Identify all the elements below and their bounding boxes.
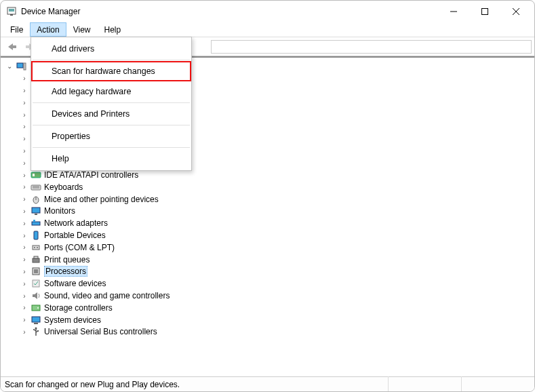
chevron-right-icon[interactable]: ›: [20, 243, 29, 252]
chevron-down-icon[interactable]: ⌄: [5, 62, 14, 71]
tree-item[interactable]: ›Mice and other pointing devices: [5, 193, 534, 205]
chevron-right-icon[interactable]: ›: [20, 267, 29, 276]
svg-rect-34: [34, 323, 38, 324]
portable-icon: [31, 230, 41, 241]
action-menu-item[interactable]: Add drivers: [31, 39, 191, 59]
tree-item[interactable]: ›Portable Devices: [5, 229, 534, 241]
chevron-right-icon[interactable]: ›: [20, 255, 29, 264]
svg-rect-23: [33, 246, 39, 250]
chevron-right-icon[interactable]: ›: [20, 182, 29, 192]
chevron-right-icon[interactable]: ›: [20, 170, 29, 180]
chevron-right-icon[interactable]: ›: [20, 231, 29, 240]
menu-file[interactable]: File: [3, 22, 30, 37]
usb-icon: [31, 326, 41, 337]
svg-rect-1: [9, 9, 14, 12]
software-icon: [31, 278, 41, 289]
svg-rect-9: [17, 63, 23, 68]
svg-rect-7: [12, 45, 16, 48]
tree-item[interactable]: ›Monitors: [5, 205, 534, 218]
tree-item[interactable]: ›Universal Serial Bus controllers: [5, 326, 534, 338]
svg-rect-31: [32, 305, 40, 311]
svg-rect-19: [35, 214, 37, 215]
tree-item[interactable]: ›Network adapters: [5, 217, 534, 229]
chevron-right-icon[interactable]: ›: [20, 206, 29, 216]
chevron-right-icon[interactable]: ›: [20, 303, 29, 313]
statusbar-text: Scan for changed or new Plug and Play de…: [5, 380, 180, 389]
chevron-right-icon[interactable]: ›: [20, 134, 29, 144]
tree-item[interactable]: ›Ports (COM & LPT): [5, 241, 534, 254]
tree-item[interactable]: ›Storage controllers: [5, 302, 534, 314]
chevron-right-icon[interactable]: ›: [20, 122, 29, 132]
maximize-button[interactable]: [469, 1, 500, 22]
menu-help[interactable]: Help: [98, 22, 128, 37]
chevron-right-icon[interactable]: ›: [20, 279, 29, 288]
chevron-right-icon[interactable]: ›: [20, 158, 29, 168]
tree-item[interactable]: ›Software devices: [5, 277, 534, 290]
chevron-right-icon[interactable]: ›: [20, 195, 29, 204]
action-menu-item[interactable]: Scan for hardware changes: [31, 61, 191, 81]
tree-item-label: Software devices: [44, 279, 106, 288]
chevron-right-icon[interactable]: ›: [20, 110, 29, 119]
chevron-right-icon[interactable]: ›: [20, 315, 29, 325]
chevron-right-icon[interactable]: ›: [20, 85, 29, 95]
chevron-right-icon[interactable]: ›: [20, 291, 29, 300]
action-menu-dropdown: Add driversScan for hardware changesAdd …: [31, 37, 192, 171]
tree-item-label: Processors: [44, 266, 87, 277]
minimize-button[interactable]: [438, 1, 469, 22]
svg-rect-27: [34, 256, 38, 258]
tree-item-label: Network adapters: [44, 218, 108, 228]
svg-rect-22: [34, 231, 38, 239]
back-button[interactable]: [3, 39, 20, 54]
chevron-right-icon[interactable]: ›: [20, 146, 29, 155]
titlebar: Device Manager: [1, 1, 534, 22]
svg-rect-38: [37, 330, 39, 332]
chevron-right-icon[interactable]: ›: [20, 74, 29, 83]
svg-rect-26: [33, 258, 39, 262]
printer-icon: [31, 254, 41, 265]
svg-rect-20: [32, 222, 40, 225]
monitor-icon: [31, 205, 41, 216]
tree-item-label: Ports (COM & LPT): [44, 243, 115, 252]
app-icon: [6, 6, 17, 17]
tree-item[interactable]: ›Sound, video and game controllers: [5, 290, 534, 302]
tree-item[interactable]: ›Processors: [5, 266, 534, 278]
svg-rect-4: [482, 9, 488, 15]
menu-separator: [33, 102, 190, 103]
mouse-icon: [31, 194, 41, 205]
tree-item[interactable]: ›System devices: [5, 314, 534, 326]
tree-item-label: IDE ATA/ATAPI controllers: [44, 170, 138, 180]
tree-item-label: Mice and other pointing devices: [44, 195, 159, 204]
tree-item-label: Monitors: [44, 206, 75, 216]
action-menu-item[interactable]: Devices and Printers: [31, 104, 191, 124]
svg-rect-8: [26, 45, 30, 48]
menu-action[interactable]: Action: [30, 22, 66, 37]
action-menu-item[interactable]: Properties: [31, 126, 191, 146]
storage-icon: [31, 302, 41, 313]
system-icon: [31, 315, 41, 326]
sound-icon: [31, 290, 41, 301]
tree-item[interactable]: ›Print queues: [5, 254, 534, 266]
svg-rect-2: [10, 14, 13, 16]
svg-point-37: [33, 329, 35, 330]
tree-item-label: Storage controllers: [44, 303, 113, 313]
action-menu-item[interactable]: Help: [31, 149, 191, 169]
chevron-right-icon[interactable]: ›: [20, 327, 29, 336]
menu-separator: [33, 125, 190, 125]
chevron-right-icon[interactable]: ›: [20, 218, 29, 228]
cpu-icon: [31, 266, 41, 277]
close-button[interactable]: [500, 1, 532, 22]
network-icon: [31, 218, 41, 229]
tree-item-label: System devices: [44, 315, 101, 325]
svg-rect-33: [32, 317, 40, 322]
tree-item-label: Keyboards: [44, 182, 83, 192]
svg-rect-21: [33, 220, 35, 222]
menu-view[interactable]: View: [66, 22, 98, 37]
window-title: Device Manager: [21, 7, 80, 16]
svg-rect-10: [24, 63, 26, 70]
device-manager-window: Device Manager File Action View Help ⌄››…: [0, 0, 535, 392]
svg-rect-18: [32, 208, 40, 213]
tree-item[interactable]: ›Keyboards: [5, 181, 534, 193]
chevron-right-icon[interactable]: ›: [20, 98, 29, 107]
toolbar-address-field[interactable]: [211, 40, 532, 54]
action-menu-item[interactable]: Add legacy hardware: [31, 81, 191, 102]
